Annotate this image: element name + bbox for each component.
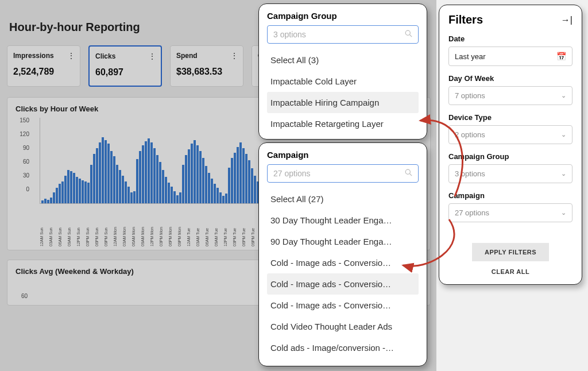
bar <box>76 177 78 203</box>
campaign-option[interactable]: Cold Video Thought Leader Ads <box>267 316 419 337</box>
campaign-group-option[interactable]: Impactable Cold Layer <box>267 71 419 92</box>
bar <box>196 145 199 203</box>
calendar-icon: 📅 <box>556 52 566 61</box>
svg-point-2 <box>405 169 410 174</box>
bar <box>242 148 245 203</box>
y-tick: 150 <box>16 117 29 131</box>
metric-card-impressions[interactable]: ⋮Impressions2,524,789 <box>7 45 80 87</box>
bar <box>239 142 242 203</box>
bar <box>199 151 202 203</box>
kebab-icon[interactable]: ⋮ <box>67 52 75 60</box>
bar <box>188 149 190 203</box>
x-tick: 12PM Sun <box>76 206 79 246</box>
bar <box>133 191 136 203</box>
bar <box>168 183 170 203</box>
bar <box>159 162 161 203</box>
metric-value: 2,524,789 <box>13 67 74 77</box>
bar <box>156 155 158 203</box>
campaign-group-dropdown: Campaign Group 3 options Select All (3)I… <box>258 3 427 140</box>
filter-label-day_of_week: Day Of Week <box>448 74 572 83</box>
x-tick: 06PM Sun <box>95 206 98 246</box>
filter-label-campaign: Campaign <box>448 191 572 200</box>
x-tick: 06AM Mon <box>131 206 134 246</box>
campaign-option[interactable]: Cold - Image ads - Conversio… <box>267 273 419 295</box>
bar <box>136 159 138 203</box>
bar <box>110 151 113 203</box>
bar <box>176 195 179 203</box>
bar <box>84 181 87 203</box>
campaign-option[interactable]: Select All (27) <box>267 188 419 210</box>
campaign-group-option[interactable]: Select All (3) <box>267 49 419 71</box>
campaign-option[interactable]: 30 Day Thought Leader Enga… <box>267 210 419 231</box>
filter-select-campaign_group[interactable]: 3 options⌄ <box>448 164 572 183</box>
kebab-icon[interactable]: ⋮ <box>230 52 238 60</box>
bar <box>96 148 98 203</box>
bar <box>127 187 130 203</box>
bar <box>251 168 253 203</box>
bar <box>107 144 110 203</box>
campaign-option[interactable]: Cold - Image ads - Conversio… <box>267 252 419 273</box>
bar <box>179 192 181 203</box>
bar <box>125 181 127 203</box>
y-tick: 0 <box>16 186 29 200</box>
y-axis: 1501209060300 <box>16 117 29 200</box>
bar <box>153 148 156 203</box>
search-placeholder: 27 options <box>273 169 311 178</box>
campaign-option[interactable]: Cold ads - Image/conversion -… <box>267 337 419 358</box>
bar <box>248 160 250 203</box>
campaign-group-option[interactable]: Impactable Retargeting Layer <box>267 113 419 134</box>
kebab-icon[interactable]: ⋮ <box>148 52 156 60</box>
bar <box>234 153 236 203</box>
x-tick: 06AM Tue <box>205 206 208 246</box>
chevron-down-icon: ⌄ <box>561 92 566 99</box>
bar <box>105 140 107 203</box>
metric-label: Spend <box>176 52 237 60</box>
bar <box>245 154 247 203</box>
metric-card-spend[interactable]: ⋮Spend$38,683.53 <box>170 45 243 87</box>
filter-select-campaign[interactable]: 27 options⌄ <box>448 203 572 222</box>
bar <box>139 151 141 203</box>
bar <box>116 165 118 203</box>
x-tick: 09AM Mon <box>141 206 144 246</box>
bar <box>47 200 49 203</box>
bar <box>216 188 219 203</box>
filter-value: 27 options <box>455 208 489 217</box>
campaign-option[interactable]: Cold - Image ads - Conversio… <box>267 295 419 316</box>
filter-select-day_of_week[interactable]: 7 options⌄ <box>448 86 572 105</box>
clear-all-button[interactable]: CLEAR ALL <box>492 268 529 275</box>
search-input[interactable]: 27 options <box>267 164 419 183</box>
y-tick: 120 <box>16 131 29 145</box>
bar <box>142 145 144 203</box>
search-input[interactable]: 3 options <box>267 25 419 44</box>
metric-value: 60,897 <box>95 67 155 78</box>
filter-select-device_type[interactable]: 2 options⌄ <box>448 125 572 144</box>
bar <box>211 179 213 203</box>
bar <box>70 171 72 203</box>
bar <box>162 170 164 203</box>
x-tick: 06PM Tue <box>242 206 245 246</box>
x-tick: 06AM Sun <box>58 206 61 246</box>
x-tick: 12PM Tue <box>223 206 226 246</box>
filter-value: 3 options <box>455 169 485 178</box>
search-icon <box>405 169 412 178</box>
filter-value: 2 options <box>455 130 485 139</box>
bar <box>87 183 90 203</box>
y-tick: 90 <box>16 145 29 159</box>
campaign-option[interactable]: 90 Day Thought Leader Enga… <box>267 231 419 252</box>
collapse-icon[interactable]: →| <box>561 15 572 25</box>
bar <box>185 155 187 203</box>
apply-filters-button[interactable]: APPLY FILTERS <box>472 243 549 261</box>
campaign-dropdown: Campaign 27 options Select All (27)30 Da… <box>258 142 427 366</box>
bar <box>225 194 227 203</box>
bar <box>145 141 147 203</box>
filters-panel: Filters →| DateLast year📅Day Of Week7 op… <box>439 5 582 285</box>
dropdown-title: Campaign <box>267 150 419 160</box>
filter-select-date[interactable]: Last year📅 <box>448 47 572 66</box>
bar <box>173 191 176 203</box>
metric-card-clicks[interactable]: ⋮Clicks60,897 <box>88 45 162 87</box>
bar <box>219 192 222 203</box>
campaign-group-option[interactable]: Impactable Hiring Campaign <box>267 92 419 113</box>
bar <box>61 181 64 203</box>
bar <box>150 142 153 203</box>
bar <box>119 170 121 203</box>
